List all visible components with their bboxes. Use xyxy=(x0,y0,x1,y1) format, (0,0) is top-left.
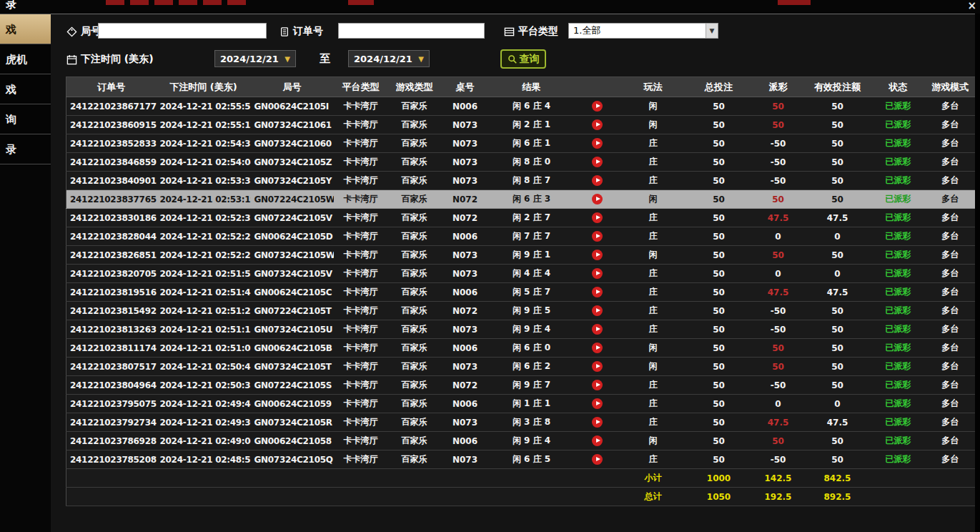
table-row[interactable]: 2412210237852082024-12-21 02:48:52GN0732… xyxy=(66,450,976,469)
cell-order-number: 241221023840901 xyxy=(66,172,157,190)
cell-game-type: 百家乐 xyxy=(388,395,441,413)
cell-bet-time: 2024-12-21 02:52:22 xyxy=(157,246,251,265)
play-button[interactable] xyxy=(592,101,603,112)
table-row[interactable]: 2412210238268512024-12-21 02:52:22GN0732… xyxy=(66,246,976,265)
table-row[interactable]: 2412210238111742024-12-21 02:51:03GN0062… xyxy=(66,339,976,358)
platform-type-select[interactable]: 1.全部 ▼ xyxy=(568,23,718,39)
play-icon xyxy=(596,215,600,220)
cell-table-number: N073 xyxy=(441,153,490,172)
date-from-picker[interactable]: 2024/12/21 ▼ xyxy=(214,50,296,67)
play-button[interactable] xyxy=(592,417,603,428)
cell-result: 闲 9 庄 7 xyxy=(490,376,574,395)
table-row[interactable]: 2412210238528332024-12-21 02:54:37GN0732… xyxy=(66,134,976,153)
table-row[interactable]: 2412210238207052024-12-21 02:51:53GN0732… xyxy=(66,265,976,283)
table-row[interactable]: 2412210238075172024-12-21 02:50:42GN0732… xyxy=(66,358,976,376)
cell-order-number: 241221023867177 xyxy=(66,97,157,116)
platform-type-label: 平台类型 xyxy=(518,25,558,38)
play-button[interactable] xyxy=(592,268,603,279)
play-button[interactable] xyxy=(592,175,603,186)
sidebar-item-5[interactable]: 录 xyxy=(0,134,51,164)
cell-valid-bet: 50 xyxy=(804,134,871,153)
platform-type-value: 1.全部 xyxy=(569,24,706,37)
cell-replay xyxy=(574,339,621,358)
table-row[interactable]: 2412210238195162024-12-21 02:51:45GN0062… xyxy=(66,283,976,302)
play-button[interactable] xyxy=(592,380,603,390)
table-row[interactable]: 2412210237927342024-12-21 02:49:30GN0732… xyxy=(66,413,976,432)
table-row[interactable]: 2412210238132632024-12-21 02:51:13GN0732… xyxy=(66,320,976,339)
play-button[interactable] xyxy=(592,361,603,372)
cell-payout: 50 xyxy=(753,116,804,134)
table-row[interactable]: 2412210237869282024-12-21 02:49:00GN0062… xyxy=(66,432,976,450)
round-number-input[interactable] xyxy=(98,23,267,39)
play-icon xyxy=(596,345,600,350)
cell-game-mode: 多台 xyxy=(926,450,976,469)
cell-payout: 47.5 xyxy=(753,413,804,432)
table-row[interactable]: 2412210238280442024-12-21 02:52:29GN0062… xyxy=(66,227,976,246)
play-button[interactable] xyxy=(592,194,603,205)
cell-payout: 50 xyxy=(753,339,804,358)
play-button[interactable] xyxy=(592,324,603,335)
sidebar-item-1[interactable]: 戏 xyxy=(0,14,51,44)
cell-result: 闲 3 庄 8 xyxy=(490,413,574,432)
column-header: 游戏类型 xyxy=(388,77,441,97)
grand-total-valid-bet: 892.5 xyxy=(804,488,871,506)
play-button[interactable] xyxy=(592,250,603,260)
cell-result: 闲 4 庄 4 xyxy=(490,265,574,283)
cell-round-number: GN07324C2105R xyxy=(251,413,334,432)
play-button[interactable] xyxy=(592,398,603,409)
cell-table-number: N072 xyxy=(441,209,490,227)
sidebar-item-2[interactable]: 虎机 xyxy=(0,44,51,74)
cell-replay xyxy=(574,265,621,283)
cell-game-type: 百家乐 xyxy=(388,116,441,134)
table-row[interactable]: 2412210238377652024-12-21 02:53:19GN0722… xyxy=(66,190,976,209)
date-to-picker[interactable]: 2024/12/21 ▼ xyxy=(348,50,430,67)
cell-platform-type: 卡卡湾厅 xyxy=(334,450,388,469)
table-row[interactable]: 2412210238409012024-12-21 02:53:32GN0732… xyxy=(66,172,976,190)
cell-game-mode: 多台 xyxy=(926,134,976,153)
cell-game-type: 百家乐 xyxy=(388,209,441,227)
play-button[interactable] xyxy=(592,157,603,167)
cell-game-mode: 多台 xyxy=(926,209,976,227)
cell-total-bet: 50 xyxy=(685,265,753,283)
column-header: 状态 xyxy=(871,77,926,97)
cell-result: 闲 9 庄 4 xyxy=(490,432,574,450)
cell-payout: 47.5 xyxy=(753,209,804,227)
table-row[interactable]: 2412210238671772024-12-21 02:55:51GN0062… xyxy=(66,97,976,116)
to-label: 至 xyxy=(320,52,330,66)
cell-platform-type: 卡卡湾厅 xyxy=(334,302,388,320)
play-button[interactable] xyxy=(592,287,603,297)
cell-table-number: N073 xyxy=(441,320,490,339)
table-row[interactable]: 2412210238301862024-12-21 02:52:37GN0722… xyxy=(66,209,976,227)
play-button[interactable] xyxy=(592,305,603,316)
play-button[interactable] xyxy=(592,119,603,130)
sidebar-item-label: 录 xyxy=(6,143,16,156)
sidebar-item-3[interactable]: 戏 xyxy=(0,74,51,104)
play-button[interactable] xyxy=(592,454,603,465)
order-number-input[interactable] xyxy=(338,23,485,39)
cell-platform-type: 卡卡湾厅 xyxy=(334,209,388,227)
cell-replay xyxy=(574,134,621,153)
table-row[interactable]: 2412210238154922024-12-21 02:51:23GN0722… xyxy=(66,302,976,320)
cell-bet-side: 庄 xyxy=(621,265,685,283)
play-button[interactable] xyxy=(592,138,603,149)
search-button[interactable]: 查询 xyxy=(500,49,546,69)
cell-status: 已派彩 xyxy=(871,450,926,469)
cell-payout: -50 xyxy=(753,376,804,395)
play-button[interactable] xyxy=(592,343,603,353)
table-row[interactable]: 2412210237950752024-12-21 02:49:40GN0062… xyxy=(66,395,976,413)
play-button[interactable] xyxy=(592,212,603,223)
cell-payout: 47.5 xyxy=(753,283,804,302)
column-header: 有效投注额 xyxy=(804,77,871,97)
table-row[interactable]: 2412210238049642024-12-21 02:50:33GN0722… xyxy=(66,376,976,395)
play-button[interactable] xyxy=(592,435,603,446)
sidebar-item-4[interactable]: 询 xyxy=(0,104,51,134)
play-button[interactable] xyxy=(592,231,603,242)
scrollbar[interactable] xyxy=(975,14,980,532)
cell-status: 已派彩 xyxy=(871,283,926,302)
table-row[interactable]: 2412210238468592024-12-21 02:54:04GN0732… xyxy=(66,153,976,172)
cell-total-bet: 50 xyxy=(685,153,753,172)
sidebar-item-label: 戏 xyxy=(6,83,16,96)
table-row[interactable]: 2412210238609152024-12-21 02:55:17GN0732… xyxy=(66,116,976,134)
cell-game-type: 百家乐 xyxy=(388,265,441,283)
close-button[interactable]: × xyxy=(967,0,976,11)
